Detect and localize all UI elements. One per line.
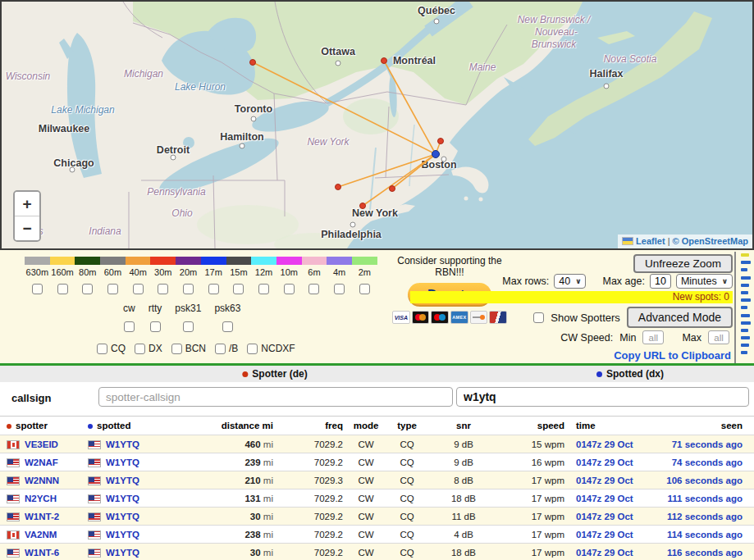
city-marker-icon bbox=[434, 19, 440, 25]
spotter-callsign-link[interactable]: N2YCH bbox=[25, 494, 57, 503]
spotter-callsign-link[interactable]: W1NT-6 bbox=[25, 548, 59, 558]
advanced-mode-button[interactable]: Advanced Mode bbox=[627, 307, 733, 328]
spotter-callsign-input[interactable] bbox=[98, 387, 453, 407]
band-checkbox-17m[interactable] bbox=[208, 284, 219, 294]
band-color-swatch bbox=[352, 257, 377, 265]
spotted-callsign-link[interactable]: W1YTQ bbox=[106, 512, 139, 521]
map-label: Montréal bbox=[393, 55, 436, 66]
us-flag-icon bbox=[7, 494, 20, 503]
max-age-unit-select[interactable]: Minutes∨ bbox=[676, 274, 733, 289]
band-checkbox-15m[interactable] bbox=[233, 284, 244, 294]
band-color-swatch bbox=[302, 257, 327, 265]
zoom-in-button[interactable]: + bbox=[15, 192, 39, 216]
type-filter-bar: CQDXBCN/BNCDXF bbox=[97, 343, 295, 354]
snr-cell: 4 dB bbox=[427, 530, 500, 540]
map-label: Hamilton bbox=[220, 131, 263, 143]
map-label: Indiana bbox=[89, 225, 121, 237]
paypal-card-icon bbox=[489, 311, 507, 324]
spot-row: W1NT-6W1YTQ30 mi7029.2CWCQ18 dB17 wpm014… bbox=[0, 543, 754, 560]
map-label: Nouveau- bbox=[535, 26, 578, 38]
type-checkbox-NCDXF[interactable] bbox=[247, 344, 258, 354]
show-spotters-checkbox[interactable] bbox=[533, 312, 544, 323]
attribution-separator: | bbox=[668, 236, 670, 246]
band-checkbox-80m[interactable] bbox=[82, 284, 93, 294]
snr-cell: 9 dB bbox=[427, 439, 500, 449]
map-zoom-control: + − bbox=[13, 190, 41, 242]
cw-speed-max-input[interactable] bbox=[708, 330, 729, 344]
band-label: 12m bbox=[251, 267, 276, 277]
map-label: Ohio bbox=[171, 207, 192, 219]
distance-cell: 210 mi bbox=[208, 476, 275, 485]
mode-checkbox-psk31[interactable] bbox=[183, 321, 194, 332]
band-color-swatch bbox=[126, 257, 151, 265]
spotter-callsign-link[interactable]: W2NAF bbox=[25, 458, 58, 467]
spotted-callsign-link[interactable]: W1YTQ bbox=[106, 548, 139, 558]
band-checkbox-6m[interactable] bbox=[308, 284, 319, 294]
spotted-callsign-link[interactable]: W1YTQ bbox=[106, 439, 139, 449]
column-header-mode: mode bbox=[345, 421, 387, 430]
column-header-spotted: spotted bbox=[86, 421, 208, 430]
cw-speed-min-input[interactable] bbox=[642, 330, 664, 344]
max-age-input[interactable] bbox=[650, 274, 671, 289]
spotter-callsign-link[interactable]: VE3EID bbox=[25, 439, 58, 449]
band-checkbox-40m[interactable] bbox=[133, 284, 144, 294]
mode-label: psk63 bbox=[214, 303, 240, 314]
type-checkbox-BCN[interactable] bbox=[171, 344, 182, 354]
leaflet-link[interactable]: Leaflet bbox=[636, 236, 665, 246]
chevron-down-icon: ∨ bbox=[722, 277, 728, 285]
spot-row: N2YCHW1YTQ131 mi7029.2CWCQ18 dB17 wpm014… bbox=[0, 489, 754, 507]
map-labels: MilwaukeeChicagoDetroitTorontoHamiltonOt… bbox=[2, 2, 752, 248]
band-checkbox-12m[interactable] bbox=[258, 284, 269, 294]
snr-cell: 18 dB bbox=[427, 548, 500, 558]
band-checkbox-2m[interactable] bbox=[359, 284, 370, 294]
max-rows-select[interactable]: 40∨ bbox=[554, 274, 586, 289]
spotted-callsign-link[interactable]: W1YTQ bbox=[106, 458, 139, 467]
spotted-callsign-link[interactable]: W1YTQ bbox=[106, 530, 139, 540]
mode-checkbox-cw[interactable] bbox=[124, 321, 135, 332]
strip-dash bbox=[741, 253, 749, 257]
map[interactable]: MilwaukeeChicagoDetroitTorontoHamiltonOt… bbox=[0, 0, 754, 250]
city-marker-icon bbox=[171, 155, 176, 161]
unfreeze-zoom-button[interactable]: Unfreeze Zoom bbox=[633, 254, 733, 273]
map-attribution: Leaflet | © OpenStreetMap bbox=[618, 234, 752, 248]
ca-flag-icon bbox=[7, 530, 20, 540]
type-checkbox-/B[interactable] bbox=[215, 344, 226, 354]
type-label: CQ bbox=[111, 343, 126, 354]
band-label: 60m bbox=[100, 267, 126, 277]
type-checkbox-DX[interactable] bbox=[135, 344, 145, 354]
cw-speed-min-label: Min bbox=[619, 332, 636, 344]
city-marker-icon bbox=[604, 84, 610, 89]
distance-cell: 460 mi bbox=[208, 439, 275, 449]
strip-dash bbox=[741, 336, 750, 339]
band-checkbox-60m[interactable] bbox=[107, 284, 118, 294]
mode-checkbox-rtty[interactable] bbox=[150, 321, 161, 332]
copy-url-link[interactable]: Copy URL to Clipboard bbox=[614, 349, 731, 362]
spotted-callsign-input[interactable] bbox=[456, 387, 749, 407]
distance-cell: 131 mi bbox=[208, 494, 275, 503]
map-label: New Brunswick / bbox=[518, 14, 591, 25]
band-checkbox-30m[interactable] bbox=[158, 284, 168, 294]
band-cell-10m: 10m bbox=[276, 257, 302, 294]
band-checkbox-4m[interactable] bbox=[334, 284, 345, 294]
spotter-callsign-link[interactable]: W2NNN bbox=[25, 476, 59, 485]
spotted-callsign-link[interactable]: W1YTQ bbox=[106, 494, 139, 503]
type-cell: CQ bbox=[387, 494, 427, 503]
zoom-out-button[interactable]: − bbox=[15, 216, 39, 240]
type-label: /B bbox=[229, 343, 238, 354]
band-checkbox-20m[interactable] bbox=[183, 284, 194, 294]
spotter-callsign-link[interactable]: W1NT-2 bbox=[25, 512, 59, 521]
spotted-callsign-link[interactable]: W1YTQ bbox=[106, 476, 139, 485]
type-checkbox-CQ[interactable] bbox=[97, 344, 107, 354]
mode-checkbox-psk63[interactable] bbox=[222, 321, 233, 332]
band-checkbox-10m[interactable] bbox=[284, 284, 295, 294]
column-header-seen: seen bbox=[658, 421, 754, 430]
spotter-callsign-link[interactable]: VA2NM bbox=[25, 530, 57, 540]
us-flag-icon bbox=[88, 458, 101, 467]
band-checkbox-630m[interactable] bbox=[32, 284, 43, 294]
band-checkbox-160m[interactable] bbox=[57, 284, 68, 294]
freq-cell: 7029.2 bbox=[275, 530, 345, 540]
openstreetmap-link[interactable]: © OpenStreetMap bbox=[673, 236, 748, 246]
city-marker-icon bbox=[240, 143, 245, 149]
visa-icon bbox=[392, 311, 410, 324]
us-flag-icon bbox=[7, 476, 20, 485]
